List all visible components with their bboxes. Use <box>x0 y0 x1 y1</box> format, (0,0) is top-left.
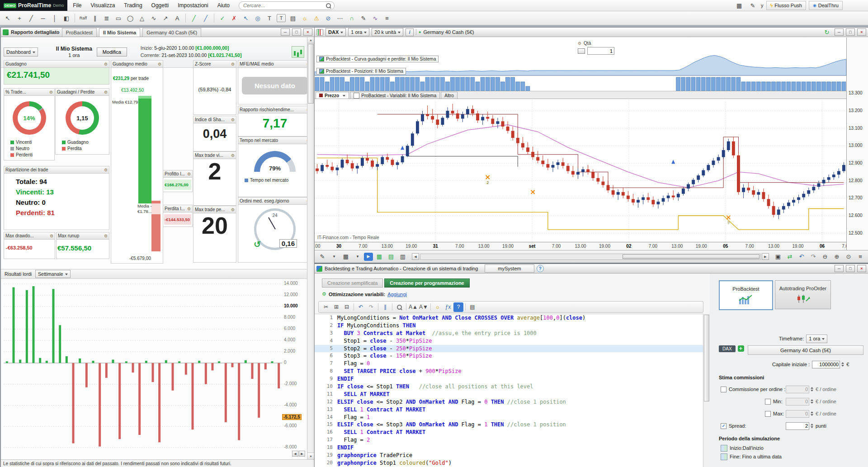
scroll-up-icon[interactable]: ▲ <box>307 37 314 43</box>
rectangle-icon[interactable]: ▭ <box>113 13 124 24</box>
validate-icon[interactable]: ✓ <box>217 13 228 24</box>
maximize-button[interactable]: □ <box>846 265 855 272</box>
wrench-icon[interactable]: ⚙ <box>187 172 191 176</box>
draw-mode-icon[interactable]: ✎ <box>317 251 328 262</box>
refresh-icon[interactable]: ↻ <box>821 27 832 38</box>
maximize-button[interactable]: □ <box>292 28 301 36</box>
close-button[interactable]: × <box>857 28 866 36</box>
tab-il-mio-sistema[interactable]: Il Mio Sistema <box>99 28 140 37</box>
code-line-15[interactable]: 15ELSIF close <= Stop3 AND OnMarket AND … <box>315 421 703 429</box>
alert-icon[interactable]: ⚠ <box>311 13 322 24</box>
tab-variables[interactable]: ProBacktest - Variabili: Il Mio Sistema <box>350 92 440 99</box>
paste-icon[interactable]: ⊟ <box>342 302 352 312</box>
scroll-right-icon[interactable]: ▶ <box>299 451 305 457</box>
scroll-right-icon[interactable]: ▶ <box>762 253 769 260</box>
scrollbar-track[interactable] <box>420 254 761 260</box>
menu-visualizza[interactable]: Visualizza <box>86 1 120 10</box>
export-icon[interactable]: ▥ <box>397 251 408 262</box>
symbol-chip[interactable]: DAX <box>719 345 736 352</box>
share-icon[interactable]: ▶ <box>364 253 373 261</box>
undo-icon[interactable]: ↶ <box>356 302 366 312</box>
zoom-in-icon[interactable]: ⊕ <box>831 251 842 262</box>
tab-creazione-programmazione[interactable]: Creazione per programmazione <box>384 278 469 288</box>
period-dropdown[interactable]: Settimanale <box>35 270 70 278</box>
suggestion-icon[interactable]: ☼ <box>433 302 443 312</box>
search-box[interactable] <box>239 1 335 10</box>
code-line-18[interactable]: 18ENDIF <box>315 444 703 452</box>
menu-aiuto[interactable]: Aiuto <box>213 1 234 10</box>
report-titlebar[interactable]: Rapporto dettagliato ProBacktest Il Mio … <box>1 28 314 37</box>
code-line-8[interactable]: 8 SET TARGET PRICE close + 900*PipSize <box>315 368 703 375</box>
min-stepper[interactable] <box>811 398 813 405</box>
code-line-4[interactable]: 4 Stop1 = close - 350*PipSize <box>315 337 703 345</box>
font-smaller-icon[interactable]: A▼ <box>419 302 429 312</box>
minimize-button[interactable]: ─ <box>281 28 290 36</box>
chart-menu-icon[interactable]: ≡ <box>855 251 866 262</box>
forbid-icon[interactable]: ⊘ <box>323 13 334 24</box>
maximize-button[interactable]: □ <box>846 28 855 36</box>
candlestick-chart[interactable]: 2? <box>315 99 846 242</box>
tab-creazione-semplificata[interactable]: Creazione semplificata <box>322 278 383 288</box>
equity-mini-icon[interactable] <box>292 46 304 58</box>
select-pointer-icon[interactable]: ↖ <box>241 13 251 24</box>
scroll-down-icon[interactable]: ▼ <box>307 453 314 459</box>
delete-drawing-icon[interactable]: ✗ <box>229 13 240 24</box>
magnet-icon[interactable]: ∩ <box>346 13 357 24</box>
tab-probacktest[interactable]: ProBacktest <box>62 28 97 37</box>
tab-prezzo[interactable]: Prezzo <box>316 92 349 99</box>
raff-regression-icon[interactable]: Raff <box>78 13 89 24</box>
wrench-icon[interactable]: ⚙ <box>187 207 191 211</box>
font-bigger-icon[interactable]: A▲ <box>408 302 418 312</box>
dealthru-button[interactable]: ◉ DealThru <box>809 1 843 10</box>
zoom-select-icon[interactable]: ⊙ <box>843 251 854 262</box>
keyboard-icon[interactable] <box>578 48 585 54</box>
code-editor[interactable]: 1MyLongConditions = Not OnMarket AND Clo… <box>315 314 703 467</box>
price-axis[interactable]: 13.30013.20013.10013.00012.90012.80012.7… <box>846 38 868 250</box>
scroll-left-icon[interactable]: ◀ <box>292 451 298 457</box>
period-end-row[interactable]: Fine: Fino a ultima data <box>721 453 782 461</box>
max-checkbox[interactable] <box>765 411 771 417</box>
chart-titlebar[interactable]: DAX 1 ora 20 k unità i ● Germany 40 Cash… <box>315 28 868 37</box>
scrollbar-thumb[interactable] <box>704 315 709 401</box>
blue-line-icon[interactable]: ╱ <box>200 13 211 24</box>
code-line-16[interactable]: 16 SELL 1 Contract AT MARKET <box>315 429 703 436</box>
wrench-icon[interactable]: ⚙ <box>50 234 53 238</box>
equity-strip-label[interactable]: ProBacktest - Curva guadagni e perdite: … <box>316 56 439 62</box>
max-input[interactable] <box>786 410 809 418</box>
cut-icon[interactable]: ✂ <box>321 302 331 312</box>
code-line-6[interactable]: 6 Stop3 = close - 150*PipSize <box>315 352 703 360</box>
green-line-icon[interactable]: ╱ <box>189 13 199 24</box>
triangle-icon[interactable]: △ <box>137 13 147 24</box>
scrollbar-thumb[interactable] <box>623 255 760 259</box>
redo-icon[interactable]: ↷ <box>808 251 819 262</box>
measure-icon[interactable]: ≡ <box>382 13 392 24</box>
idea-icon[interactable]: ☼ <box>299 13 310 24</box>
code-line-20[interactable]: 20graphonprice Stop1 coloured("Gold") <box>315 459 703 467</box>
redo-icon[interactable]: ↷ <box>366 302 376 312</box>
code-line-12[interactable]: 12ELSIF close <= Stop2 AND OnMarket AND … <box>315 398 703 406</box>
draw-menu-icon[interactable]: ▾ <box>329 251 340 262</box>
timeframe-select[interactable]: 1 ora <box>806 335 827 343</box>
text-icon[interactable]: A <box>172 13 183 24</box>
add-symbol-button[interactable]: + <box>738 345 744 352</box>
code-line-3[interactable]: 3 BUY 3 Contracts at Market //assu,e the… <box>315 330 703 337</box>
menu-impostazioni[interactable]: Impostazioni <box>173 1 212 10</box>
spread-input[interactable] <box>786 422 809 430</box>
wrench-icon[interactable]: ⚙ <box>231 62 235 66</box>
horizontal-line-icon[interactable]: ─ <box>38 13 48 24</box>
wrench-icon[interactable]: ⚙ <box>49 90 53 94</box>
weekly-hscroll[interactable]: ◀ ▶ <box>292 451 305 457</box>
tab-altro[interactable]: Altro <box>441 92 458 99</box>
close-button[interactable]: × <box>303 28 312 36</box>
code-line-10[interactable]: 10IF close <= Stop1 THEN //close all pos… <box>315 383 703 391</box>
note-icon[interactable]: ▤ <box>288 13 298 24</box>
zoom-out-icon[interactable]: ⊖ <box>820 251 830 262</box>
period-start-row[interactable]: Inizio:Dall'inizio <box>721 444 764 452</box>
wave-icon[interactable]: ∿ <box>148 13 159 24</box>
search-icon[interactable] <box>394 302 404 312</box>
target-icon[interactable]: ◎ <box>252 13 263 24</box>
min-checkbox[interactable] <box>765 399 771 405</box>
code-line-5[interactable]: 5 Stop2 = close - 250*PipSize <box>315 345 703 353</box>
code-line-7[interactable]: 7 Flag = 0 <box>315 360 703 368</box>
max-stepper[interactable] <box>811 410 813 417</box>
